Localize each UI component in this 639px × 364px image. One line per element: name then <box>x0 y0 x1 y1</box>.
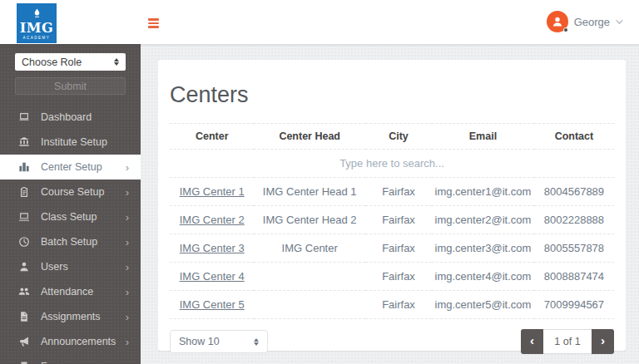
table-row: IMG Center 4Fairfaximg.center4@it.com800… <box>170 263 614 291</box>
class-icon <box>18 211 30 223</box>
center-link[interactable]: IMG Center 4 <box>180 270 245 283</box>
avatar <box>547 11 568 32</box>
sidebar-item-announcements[interactable]: Announcements› <box>0 329 141 354</box>
center-link[interactable]: IMG Center 5 <box>180 298 245 311</box>
user-name: George <box>574 16 610 28</box>
column-header-city[interactable]: City <box>365 124 432 150</box>
brand-logo[interactable]: IMG ACADEMY <box>17 3 57 43</box>
sidebar-item-attendance[interactable]: Attendance› <box>0 279 141 304</box>
sidebar-item-class-setup[interactable]: Class Setup› <box>0 204 141 229</box>
sidebar-item-course-setup[interactable]: Course Setup› <box>0 180 141 204</box>
cell-contact: 8008887474 <box>534 263 614 291</box>
next-page-button[interactable]: › <box>592 329 614 354</box>
sidebar-item-dashboard[interactable]: Dashboard <box>0 105 141 130</box>
select-arrows-icon <box>114 58 119 66</box>
cell-city: Fairfax <box>365 263 432 291</box>
main-content: Centers CenterCenter HeadCityEmailContac… <box>141 44 639 364</box>
batch-icon <box>18 236 30 248</box>
sidebar-item-label: Institute Setup <box>41 136 129 148</box>
cell-center-head: IMG Center <box>254 234 365 263</box>
chevron-right-icon: › <box>126 262 129 273</box>
chevron-right-icon: › <box>126 312 129 322</box>
chevron-right-icon: › <box>126 187 129 198</box>
center-link[interactable]: IMG Center 3 <box>180 242 245 254</box>
cell-contact: 8005557878 <box>534 234 614 263</box>
page-indicator: 1 of 1 <box>543 329 592 354</box>
chevron-right-icon: › <box>126 337 129 347</box>
page-size-select[interactable]: Show 10 <box>170 330 268 353</box>
pagination: ‹ 1 of 1 › <box>521 329 614 354</box>
status-dot-icon <box>563 27 568 32</box>
cell-email: img.center1@it.com <box>432 178 534 206</box>
table-footer: Show 10 ‹ 1 of 1 › <box>170 329 614 354</box>
sidebar: Choose Role Submit DashboardInstitute Se… <box>0 44 141 364</box>
table-row: IMG Center 5Fairfaximg.center5@it.com700… <box>170 291 614 319</box>
cell-center-head: IMG Center Head 2 <box>254 206 365 234</box>
page-size-value: Show 10 <box>179 336 254 347</box>
column-header-email[interactable]: Email <box>432 124 534 150</box>
sidebar-item-label: Batch Setup <box>41 236 126 248</box>
chevron-right-icon: › <box>126 212 129 223</box>
sidebar-item-fees[interactable]: Fees <box>0 354 141 364</box>
table-row: IMG Center 3IMG CenterFairfaximg.center3… <box>170 234 614 263</box>
institute-icon <box>18 136 30 148</box>
centers-table: CenterCenter HeadCityEmailContact Type h… <box>170 123 614 319</box>
cell-email: img.center5@it.com <box>432 291 534 319</box>
course-icon <box>18 186 30 198</box>
center-icon <box>18 161 30 173</box>
prev-page-button[interactable]: ‹ <box>521 329 543 354</box>
chevron-right-icon: › <box>126 287 129 298</box>
user-menu[interactable]: George <box>547 11 621 32</box>
sidebar-item-label: Class Setup <box>41 211 126 223</box>
page-title: Centers <box>170 80 614 110</box>
cell-email: img.center2@it.com <box>432 206 534 234</box>
cell-email: img.center4@it.com <box>432 263 534 291</box>
cell-contact: 7009994567 <box>534 291 614 319</box>
role-select[interactable]: Choose Role <box>15 53 126 71</box>
column-header-center[interactable]: Center <box>170 124 254 150</box>
cell-center-head: IMG Center Head 1 <box>254 178 365 206</box>
table-row: IMG Center 1IMG Center Head 1Fairfaximg.… <box>170 178 614 206</box>
sidebar-item-label: Users <box>41 261 126 273</box>
submit-button[interactable]: Submit <box>15 77 126 95</box>
announcements-icon <box>18 336 30 347</box>
sidebar-item-center-setup[interactable]: Center Setup› <box>0 155 141 180</box>
dashboard-icon <box>18 111 30 123</box>
sidebar-item-batch-setup[interactable]: Batch Setup› <box>0 229 141 254</box>
cell-contact: 8004567889 <box>534 178 614 206</box>
sidebar-item-label: Announcements <box>41 336 126 347</box>
sidebar-item-institute-setup[interactable]: Institute Setup <box>0 130 141 155</box>
sidebar-menu: DashboardInstitute SetupCenter Setup›Cou… <box>0 105 141 364</box>
column-header-center-head[interactable]: Center Head <box>254 124 365 150</box>
chevron-down-icon <box>616 17 622 23</box>
users-icon <box>18 261 30 273</box>
menu-toggle-icon[interactable] <box>148 18 159 30</box>
attendance-icon <box>18 286 30 298</box>
topbar: IMG ACADEMY George <box>0 0 639 44</box>
sidebar-item-label: Attendance <box>41 286 126 298</box>
sidebar-item-users[interactable]: Users› <box>0 254 141 279</box>
sidebar-item-label: Dashboard <box>41 111 129 123</box>
cell-center-head <box>254 263 365 291</box>
role-select-value: Choose Role <box>22 57 114 68</box>
cell-email: img.center3@it.com <box>432 234 534 263</box>
select-arrows-icon <box>254 338 259 346</box>
center-link[interactable]: IMG Center 2 <box>180 214 245 226</box>
assignments-icon <box>18 311 30 322</box>
fees-icon <box>18 361 30 364</box>
center-link[interactable]: IMG Center 1 <box>180 185 245 198</box>
sidebar-item-label: Course Setup <box>41 186 126 198</box>
cell-center-head <box>254 291 365 319</box>
cell-city: Fairfax <box>365 206 432 234</box>
table-row: IMG Center 2IMG Center Head 2Fairfaximg.… <box>170 206 614 234</box>
brand-subname: ACADEMY <box>23 36 51 40</box>
search-input[interactable]: Type here to search... <box>170 150 614 178</box>
sidebar-item-assignments[interactable]: Assignments› <box>0 304 141 329</box>
brand-name: IMG <box>20 22 53 35</box>
column-header-contact[interactable]: Contact <box>534 124 614 150</box>
chevron-right-icon: › <box>126 162 129 173</box>
cell-city: Fairfax <box>365 234 432 263</box>
cell-city: Fairfax <box>365 178 432 206</box>
sidebar-item-label: Fees <box>41 361 129 364</box>
sidebar-item-label: Assignments <box>41 311 126 322</box>
